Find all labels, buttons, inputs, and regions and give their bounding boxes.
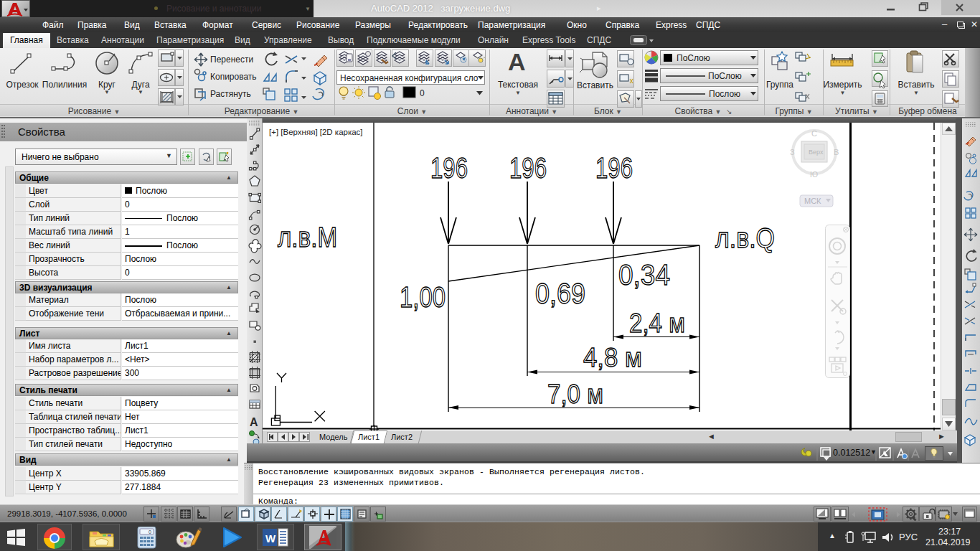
- svg-text:196: 196: [595, 152, 633, 184]
- svg-text:Ю: Ю: [810, 170, 818, 179]
- svg-text:0,69: 0,69: [535, 278, 585, 309]
- svg-text:0: 0: [149, 529, 151, 534]
- svg-text:2,4 м: 2,4 м: [629, 309, 685, 338]
- svg-text:З: З: [790, 148, 795, 156]
- svg-text:[+] [Верхняя] [2D каркас]: [+] [Верхняя] [2D каркас]: [269, 128, 363, 136]
- svg-text:196: 196: [430, 152, 468, 184]
- svg-text:4,8 м: 4,8 м: [583, 343, 642, 372]
- svg-text:196: 196: [509, 152, 547, 184]
- svg-text:1,00: 1,00: [400, 281, 446, 313]
- svg-text:л.в.М: л.в.М: [278, 222, 337, 253]
- svg-text:7,0 м: 7,0 м: [547, 380, 603, 409]
- svg-text:В: В: [834, 148, 839, 156]
- svg-text:A: A: [250, 416, 258, 428]
- svg-text:С: С: [811, 129, 817, 138]
- svg-text:л.в.Q: л.в.Q: [715, 223, 775, 253]
- svg-text:Верх: Верх: [809, 149, 824, 156]
- svg-text:W: W: [265, 532, 276, 545]
- svg-text:0,34: 0,34: [618, 259, 670, 291]
- svg-text:МСК: МСК: [804, 197, 821, 205]
